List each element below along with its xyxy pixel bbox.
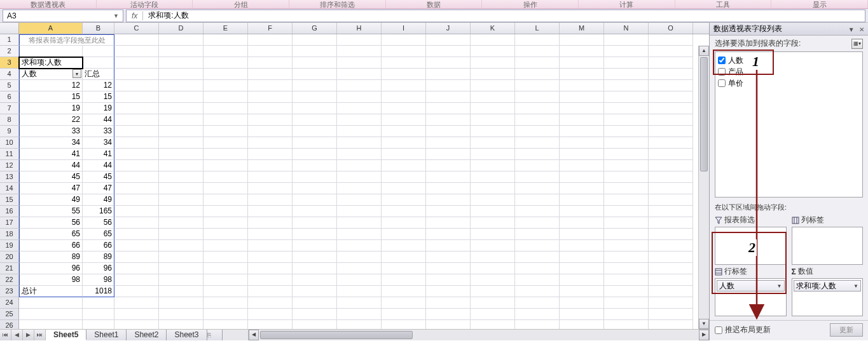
row-header[interactable]: 17 [0,217,19,229]
cell[interactable] [560,263,604,274]
cell[interactable] [382,263,426,274]
cell[interactable] [293,126,337,137]
cell[interactable] [203,274,248,286]
row-header[interactable]: 1 [0,34,19,46]
cell[interactable] [604,34,649,46]
cell[interactable] [203,309,248,320]
cell[interactable] [83,57,114,69]
cell[interactable] [515,263,560,274]
cell[interactable] [515,46,560,57]
cell[interactable] [515,69,560,80]
cell[interactable] [159,91,203,103]
cell[interactable] [649,286,693,297]
cell[interactable] [382,274,426,286]
cell[interactable] [471,114,515,126]
cell[interactable] [293,149,337,160]
cell[interactable] [426,69,471,80]
prev-sheet-icon[interactable]: ◀ [11,330,23,340]
row-header[interactable]: 2 [0,46,19,57]
cell[interactable] [515,137,560,149]
cell[interactable] [293,297,337,309]
cell[interactable] [114,286,159,297]
field-item[interactable]: 产品 [718,66,860,77]
cell[interactable] [649,46,693,57]
pane-titlebar[interactable]: 数据透视表字段列表 ▼ ✕ [710,23,868,36]
column-header[interactable]: M [560,23,604,34]
cell[interactable] [203,194,248,206]
cell[interactable] [159,69,203,80]
cell[interactable] [203,91,248,103]
cell[interactable] [515,320,560,329]
cell[interactable] [382,69,426,80]
cell[interactable] [159,171,203,183]
cell[interactable]: 98 [19,274,83,286]
cell[interactable] [649,194,693,206]
cell[interactable] [426,240,471,251]
cell[interactable]: 96 [83,263,114,274]
row-header[interactable]: 26 [0,320,19,329]
cell[interactable] [159,80,203,91]
cell[interactable] [248,274,293,286]
cell[interactable] [426,149,471,160]
fx-icon[interactable]: fx [127,11,143,20]
cell[interactable] [248,286,293,297]
cell[interactable] [159,263,203,274]
cell[interactable] [293,103,337,114]
cell[interactable] [560,91,604,103]
cell[interactable] [560,183,604,194]
cell[interactable]: 41 [83,149,114,160]
cell[interactable] [337,206,382,217]
column-header[interactable]: O [649,23,693,34]
cell[interactable] [560,229,604,240]
column-header[interactable]: E [203,23,248,34]
cell[interactable]: 总计 [19,286,83,297]
cell[interactable] [203,34,248,46]
cell[interactable]: 33 [19,126,83,137]
cell[interactable] [426,46,471,57]
cell[interactable] [471,251,515,263]
cell[interactable] [471,206,515,217]
cell[interactable] [337,57,382,69]
cell[interactable] [248,183,293,194]
cell[interactable] [159,309,203,320]
cell[interactable] [337,137,382,149]
cell[interactable] [649,183,693,194]
cell[interactable] [248,320,293,329]
cell[interactable] [515,309,560,320]
row-header[interactable]: 15 [0,194,19,206]
scroll-left-icon[interactable]: ◀ [249,330,259,340]
value-drop-area[interactable]: 求和项:人数 ▼ [792,278,864,316]
cell[interactable] [382,194,426,206]
cell[interactable] [382,57,426,69]
ribbon-tab[interactable]: 计算 [579,0,675,8]
cell[interactable] [515,240,560,251]
cell[interactable] [293,80,337,91]
cell[interactable] [471,103,515,114]
cell[interactable] [248,229,293,240]
cell[interactable] [515,297,560,309]
cell[interactable] [515,103,560,114]
cell[interactable] [293,34,337,46]
cell[interactable] [426,229,471,240]
cell[interactable] [649,240,693,251]
cell[interactable] [159,240,203,251]
cell[interactable]: 45 [83,171,114,183]
cell[interactable] [203,286,248,297]
cell[interactable] [337,229,382,240]
cell[interactable] [515,126,560,137]
cell[interactable] [382,309,426,320]
cell[interactable] [649,114,693,126]
cell[interactable] [114,137,159,149]
cell[interactable]: 15 [83,91,114,103]
cell[interactable] [248,160,293,171]
cell[interactable] [293,286,337,297]
cell[interactable] [649,274,693,286]
cell[interactable] [426,57,471,69]
cell[interactable] [471,34,515,46]
row-drop-area[interactable]: 人数 ▼ 2 [715,278,787,316]
cell[interactable] [604,160,649,171]
cell[interactable]: 65 [19,229,83,240]
row-header[interactable]: 9 [0,126,19,137]
cell[interactable] [560,149,604,160]
cell[interactable] [515,194,560,206]
